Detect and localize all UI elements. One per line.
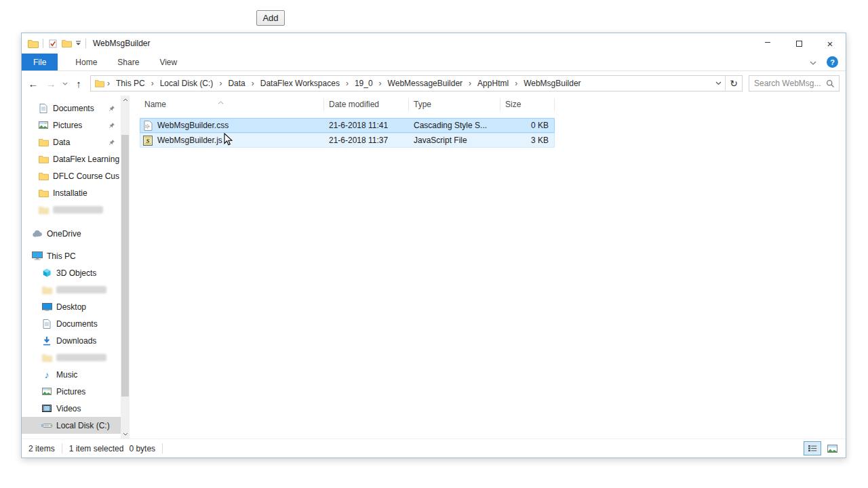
- breadcrumb-separator: ›: [513, 79, 519, 88]
- refresh-button[interactable]: ↻: [726, 76, 742, 91]
- file-date-cell: 21-6-2018 11:41: [324, 121, 409, 130]
- maximize-button[interactable]: [783, 33, 814, 54]
- add-button[interactable]: Add: [256, 10, 285, 26]
- sidebar-item-label: Videos: [56, 404, 81, 413]
- music-note-icon: ♪: [41, 369, 52, 380]
- qat-customize-dropdown[interactable]: [73, 36, 83, 51]
- file-type-cell: JavaScript File: [409, 136, 500, 145]
- scroll-down-arrow[interactable]: [121, 430, 130, 439]
- qat-properties-button[interactable]: [46, 36, 60, 51]
- folder-icon: [41, 285, 52, 296]
- status-bar: 2 items 1 item selected 0 bytes: [22, 439, 846, 458]
- sidebar-item-label: Documents: [56, 319, 98, 329]
- chevron-down-icon: [75, 41, 81, 46]
- address-bar[interactable]: › This PC › Local Disk (C:) › Data › Dat…: [90, 75, 743, 92]
- item-count: 2 items: [28, 444, 55, 453]
- scroll-up-arrow[interactable]: [121, 96, 130, 104]
- breadcrumb-data[interactable]: Data: [224, 77, 249, 90]
- sidebar-item-dataflex-learning[interactable]: DataFlex Learning: [22, 150, 121, 167]
- sidebar-scrollbar[interactable]: [121, 96, 130, 439]
- computer-icon: [32, 251, 43, 262]
- sidebar-item-documents-qa[interactable]: Documents: [22, 100, 121, 117]
- help-button[interactable]: ?: [827, 56, 838, 68]
- sidebar-item-label: OneDrive: [47, 229, 81, 239]
- sidebar-item-local-disk-c[interactable]: Local Disk (C:): [22, 417, 121, 434]
- breadcrumb-local-disk[interactable]: Local Disk (C:): [156, 77, 218, 90]
- sidebar-item-label: Pictures: [56, 387, 85, 396]
- sidebar-item-music[interactable]: ♪ Music: [22, 366, 121, 383]
- sidebar-item-documents[interactable]: Documents: [22, 315, 121, 332]
- breadcrumb-separator: ›: [149, 79, 156, 88]
- sidebar-item-label: Data: [53, 138, 70, 147]
- qat-new-folder-button[interactable]: [60, 36, 73, 51]
- picture-icon: [41, 386, 52, 397]
- window-controls: – ×: [752, 33, 846, 54]
- column-headers: Name Date modified Type Size: [140, 96, 846, 113]
- search-box: [749, 75, 840, 92]
- breadcrumb-19-0[interactable]: 19_0: [351, 77, 377, 90]
- close-button[interactable]: ×: [814, 33, 846, 54]
- file-name: WebMsgBuilder.css: [157, 121, 229, 130]
- sidebar-item-videos[interactable]: Videos: [22, 400, 121, 417]
- qat-separator: [43, 39, 43, 48]
- column-header-name[interactable]: Name: [140, 98, 324, 111]
- tab-home[interactable]: Home: [65, 54, 107, 70]
- explorer-app-icon: [26, 36, 40, 51]
- sidebar-item-data[interactable]: Data: [22, 134, 121, 150]
- scrollbar-thumb[interactable]: [121, 135, 129, 396]
- sidebar-item-onedrive[interactable]: OneDrive: [22, 225, 121, 242]
- expand-ribbon-chevron-icon[interactable]: [810, 58, 816, 67]
- details-view-button[interactable]: [804, 441, 821, 455]
- details-view-icon: [808, 445, 817, 452]
- tab-share[interactable]: Share: [107, 54, 149, 70]
- breadcrumb-this-pc[interactable]: This PC: [112, 77, 149, 90]
- folder-icon: [38, 154, 49, 165]
- column-header-size[interactable]: Size: [500, 98, 555, 111]
- selection-count: 1 item selected: [69, 444, 124, 453]
- column-header-date-modified[interactable]: Date modified: [324, 98, 409, 111]
- column-header-type[interactable]: Type: [409, 98, 500, 111]
- file-date-cell: 21-6-2018 11:37: [324, 136, 409, 145]
- sidebar-item-redacted[interactable]: [22, 201, 121, 218]
- recent-locations-chevron[interactable]: [60, 75, 70, 92]
- file-name-cell: S WebMsgBuilder.js: [140, 135, 324, 146]
- large-icons-view-button[interactable]: [823, 441, 841, 455]
- breadcrumb-webmsgbuilder[interactable]: WebMsgBuilder: [519, 77, 585, 90]
- sidebar-item-label: DataFlex Learning: [53, 155, 119, 164]
- sidebar-item-downloads[interactable]: Downloads: [22, 332, 121, 349]
- minimize-button[interactable]: –: [752, 33, 783, 54]
- search-input[interactable]: [749, 76, 823, 91]
- column-label: Date modified: [329, 100, 379, 109]
- breadcrumb-apphtml[interactable]: AppHtml: [473, 77, 513, 90]
- sidebar-item-label: 3D Objects: [56, 268, 96, 278]
- sidebar-item-redacted[interactable]: [22, 349, 121, 366]
- address-dropdown-chevron[interactable]: [711, 76, 725, 91]
- tab-view[interactable]: View: [149, 54, 187, 70]
- file-row-webmsgbuilder-js[interactable]: S WebMsgBuilder.js 21-6-2018 11:37 JavaS…: [140, 133, 555, 148]
- sort-ascending-icon: [218, 96, 224, 108]
- sidebar-item-desktop[interactable]: Desktop: [22, 298, 121, 315]
- sidebar-item-dflc-course[interactable]: DFLC Course Cus: [22, 167, 121, 184]
- tab-file[interactable]: File: [22, 54, 58, 70]
- back-button[interactable]: ←: [24, 75, 42, 92]
- document-icon: [41, 319, 52, 329]
- column-label: Size: [505, 100, 521, 109]
- video-icon: [41, 403, 52, 414]
- sidebar-item-pictures[interactable]: Pictures: [22, 383, 121, 400]
- breadcrumb-webmessagebuilder[interactable]: WebMessageBuilder: [384, 77, 467, 90]
- sidebar-item-label: Downloads: [56, 336, 96, 346]
- sidebar-item-pictures-qa[interactable]: Pictures: [22, 117, 121, 134]
- sidebar-item-label: Pictures: [53, 121, 82, 130]
- column-label: Type: [414, 100, 431, 109]
- sidebar-item-this-pc[interactable]: This PC: [22, 247, 121, 264]
- sidebar-item-installatie[interactable]: Installatie: [22, 184, 121, 201]
- breadcrumb-dataflex-workspaces[interactable]: DataFlex Workspaces: [256, 77, 344, 90]
- pin-icon: [108, 138, 115, 148]
- disk-drive-icon: [41, 420, 52, 431]
- sidebar-item-3d-objects[interactable]: 3D Objects: [22, 264, 121, 281]
- column-label: Name: [144, 100, 166, 109]
- up-button[interactable]: ↑: [70, 75, 87, 92]
- forward-button[interactable]: →: [42, 75, 60, 92]
- file-row-webmsgbuilder-css[interactable]: WebMsgBuilder.css 21-6-2018 11:41 Cascad…: [140, 118, 555, 133]
- sidebar-item-redacted[interactable]: [22, 281, 121, 298]
